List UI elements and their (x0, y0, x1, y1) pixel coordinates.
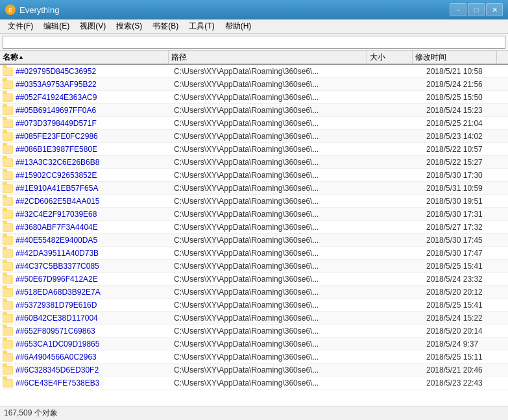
table-row[interactable]: ##50E67D996F412A2E C:\Users\XY\AppData\R… (0, 273, 508, 286)
col-header-size[interactable]: 大小 (367, 50, 413, 64)
table-row[interactable]: ##6C328345D6ED30F2 C:\Users\XY\AppData\R… (0, 364, 508, 377)
menu-item-edit[interactable]: 编辑(E) (38, 20, 75, 33)
file-modified: 2018/5/22 15:27 (424, 158, 508, 167)
table-row[interactable]: ##6CE43E4FE7538EB3 C:\Users\XY\AppData\R… (0, 377, 508, 389)
table-row[interactable]: ##0353A9753AF95B22 C:\Users\XY\AppData\R… (0, 78, 508, 91)
file-path: C:\Users\XY\AppData\Roaming\360se6\... (171, 80, 378, 89)
app-title: Everything (19, 5, 59, 15)
menu-item-tools[interactable]: 工具(T) (184, 20, 219, 33)
file-modified: 2018/5/30 17:31 (424, 210, 508, 219)
col-header-path[interactable]: 路径 (169, 50, 367, 64)
file-name: ##073D3798449D571F (16, 119, 171, 128)
file-name: ##085FE23FE0FC2986 (16, 132, 171, 141)
maximize-button[interactable]: □ (468, 3, 485, 16)
file-modified: 2018/5/21 20:46 (424, 365, 508, 375)
folder-icon-container (3, 247, 14, 259)
file-list[interactable]: ##029795D845C36952 C:\Users\XY\AppData\R… (0, 65, 508, 406)
table-row[interactable]: ##42DA39511A40D73B C:\Users\XY\AppData\R… (0, 247, 508, 260)
table-row[interactable]: ##518EDA68D3B92E7A C:\Users\XY\AppData\R… (0, 286, 508, 299)
file-modified: 2018/5/23 22:43 (424, 378, 508, 388)
menu-item-file[interactable]: 文件(F) (3, 20, 38, 33)
menu-item-help[interactable]: 帮助(H) (220, 20, 257, 33)
file-modified: 2018/5/30 17:30 (424, 171, 508, 180)
file-path: C:\Users\XY\AppData\Roaming\360se6\... (171, 145, 378, 154)
table-row[interactable]: ##653CA1DC09D19865 C:\Users\XY\AppData\R… (0, 338, 508, 351)
table-row[interactable]: ##029795D845C36952 C:\Users\XY\AppData\R… (0, 65, 508, 78)
file-name: ##15902CC92653852E (16, 171, 171, 180)
file-modified: 2018/5/22 10:57 (424, 145, 508, 154)
table-row[interactable]: ##60B42CE38D117004 C:\Users\XY\AppData\R… (0, 312, 508, 325)
folder-icon-container (3, 338, 14, 350)
folder-icon-container (3, 325, 14, 337)
table-row[interactable]: ##4C37C5BB3377C085 C:\Users\XY\AppData\R… (0, 260, 508, 273)
file-name: ##4C37C5BB3377C085 (16, 262, 171, 271)
file-modified: 2018/5/30 17:45 (424, 236, 508, 245)
file-path: C:\Users\XY\AppData\Roaming\360se6\... (171, 301, 378, 310)
title-bar-left: E Everything (5, 5, 59, 15)
folder-icon-container (3, 130, 14, 142)
table-row[interactable]: ##052F41924E363AC9 C:\Users\XY\AppData\R… (0, 91, 508, 104)
table-row[interactable]: ##53729381D79E616D C:\Users\XY\AppData\R… (0, 299, 508, 312)
table-row[interactable]: ##085FE23FE0FC2986 C:\Users\XY\AppData\R… (0, 130, 508, 143)
search-input[interactable] (3, 36, 505, 49)
menu-item-search[interactable]: 搜索(S) (111, 20, 147, 33)
file-path: C:\Users\XY\AppData\Roaming\360se6\... (171, 67, 378, 76)
file-modified: 2018/5/20 20:12 (424, 288, 508, 297)
file-modified: 2018/5/24 15:23 (424, 106, 508, 115)
file-name: ##0353A9753AF95B22 (16, 80, 171, 89)
table-row[interactable]: ##3680ABF7F3A4404E C:\Users\XY\AppData\R… (0, 221, 508, 234)
search-bar (0, 34, 508, 51)
file-name: ##029795D845C36952 (16, 67, 171, 76)
table-row[interactable]: ##13A3C32C6E26B6B8 C:\Users\XY\AppData\R… (0, 156, 508, 169)
table-row[interactable]: ##40E55482E9400DA5 C:\Users\XY\AppData\R… (0, 234, 508, 247)
file-name: ##32C4E2F917039E68 (16, 210, 171, 219)
file-name: ##653CA1DC09D19865 (16, 340, 171, 349)
file-modified: 2018/5/25 15:11 (424, 352, 508, 362)
table-row[interactable]: ##15902CC92653852E C:\Users\XY\AppData\R… (0, 169, 508, 182)
folder-icon-container (3, 195, 14, 207)
file-modified: 2018/5/25 15:41 (424, 262, 508, 271)
folder-icon-container (3, 208, 14, 220)
file-name: ##6CE43E4FE7538EB3 (16, 378, 171, 388)
table-row[interactable]: ##05B69149697FF0A6 C:\Users\XY\AppData\R… (0, 104, 508, 117)
table-row[interactable]: ##1E910A41EB57F65A C:\Users\XY\AppData\R… (0, 182, 508, 195)
table-row[interactable]: ##32C4E2F917039E68 C:\Users\XY\AppData\R… (0, 208, 508, 221)
file-modified: 2018/5/25 15:50 (424, 93, 508, 102)
title-bar: E Everything － □ ✕ (0, 0, 508, 19)
folder-icon-container (3, 312, 14, 324)
window-controls: － □ ✕ (450, 3, 503, 16)
file-name: ##40E55482E9400DA5 (16, 236, 171, 245)
folder-icon-container (3, 260, 14, 272)
column-headers: 名称 路径 大小 修改时间 (0, 51, 508, 65)
folder-icon-container (3, 273, 14, 285)
minimize-button[interactable]: － (450, 3, 466, 16)
file-name: ##1E910A41EB57F65A (16, 184, 171, 193)
table-row[interactable]: ##652F809571C69863 C:\Users\XY\AppData\R… (0, 325, 508, 338)
status-bar: 167,509 个对象 (0, 406, 508, 420)
folder-icon-container (3, 364, 14, 376)
table-row[interactable]: ##073D3798449D571F C:\Users\XY\AppData\R… (0, 117, 508, 130)
col-header-name[interactable]: 名称 (0, 50, 169, 64)
folder-icon-container (3, 92, 14, 103)
file-path: C:\Users\XY\AppData\Roaming\360se6\... (171, 171, 378, 180)
file-path: C:\Users\XY\AppData\Roaming\360se6\... (171, 158, 378, 167)
folder-icon-container (3, 377, 14, 389)
menu-bar: 文件(F)编辑(E)视图(V)搜索(S)书签(B)工具(T)帮助(H) (0, 19, 508, 34)
file-path: C:\Users\XY\AppData\Roaming\360se6\... (171, 249, 378, 258)
app-icon: E (5, 5, 16, 15)
table-row[interactable]: ##6A4904566A0C2963 C:\Users\XY\AppData\R… (0, 351, 508, 364)
file-path: C:\Users\XY\AppData\Roaming\360se6\... (171, 378, 378, 388)
file-modified: 2018/5/24 9:37 (424, 340, 508, 349)
file-path: C:\Users\XY\AppData\Roaming\360se6\... (171, 119, 378, 128)
folder-icon-container (3, 182, 14, 194)
file-modified: 2018/5/25 15:41 (424, 301, 508, 310)
close-button[interactable]: ✕ (486, 3, 503, 16)
file-path: C:\Users\XY\AppData\Roaming\360se6\... (171, 352, 378, 362)
menu-item-bookmark[interactable]: 书签(B) (147, 20, 184, 33)
menu-item-view[interactable]: 视图(V) (75, 20, 111, 33)
folder-icon-container (3, 299, 14, 311)
col-header-modified[interactable]: 修改时间 (413, 50, 497, 64)
file-modified: 2018/5/30 17:47 (424, 249, 508, 258)
table-row[interactable]: ##2CD6062E5B4AA015 C:\Users\XY\AppData\R… (0, 195, 508, 208)
table-row[interactable]: ##086B1E3987FE580E C:\Users\XY\AppData\R… (0, 143, 508, 156)
